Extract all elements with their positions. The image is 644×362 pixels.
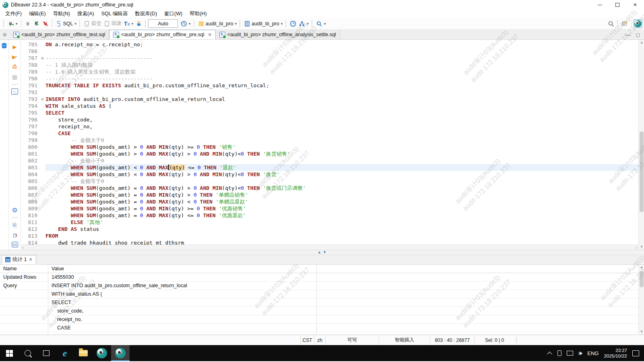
file-explorer-button[interactable] xyxy=(74,345,93,361)
lock-button[interactable] xyxy=(134,20,143,28)
minimize-view-icon[interactable]: — xyxy=(626,32,631,38)
tasks-button[interactable]: ▾ xyxy=(297,20,310,28)
code-line[interactable]: 807 WHEN SUM(goods_amt) = 0 AND MIN(qty)… xyxy=(21,191,638,198)
horizontal-scrollbar[interactable]: ‹ › xyxy=(21,245,638,250)
usb-icon[interactable] xyxy=(557,350,561,356)
scroll-down-icon[interactable]: ▼ xyxy=(639,244,644,250)
scroll-down-icon[interactable]: ▼ xyxy=(639,329,644,335)
menu-item[interactable]: 导航(N) xyxy=(50,10,74,18)
code-line[interactable]: 789-- 1.6 插入男生女生销售、退款数据 xyxy=(21,68,638,75)
column-header-name[interactable]: Name xyxy=(0,265,48,273)
open-perspective-button[interactable] xyxy=(620,20,629,28)
dbeaver-perspective-button[interactable] xyxy=(634,19,642,28)
menu-item[interactable]: 编辑(E) xyxy=(25,10,50,18)
code-line[interactable]: 795SELECT xyxy=(21,109,638,116)
code-line[interactable]: 805 -- 金额等于0 xyxy=(21,178,638,185)
variables-icon[interactable]: (x) xyxy=(12,242,18,247)
maximize-view-icon[interactable]: ▢ xyxy=(636,32,640,37)
execute-icon[interactable]: ▶ xyxy=(11,43,19,50)
scroll-up-icon[interactable]: ▲ xyxy=(639,265,644,270)
explain-plan-icon[interactable]: ▤ xyxy=(11,73,19,80)
tray-chevron-icon[interactable] xyxy=(547,352,552,357)
code-line[interactable]: 796 store_code, xyxy=(21,116,638,123)
maximize-button[interactable] xyxy=(609,0,626,10)
speaker-icon[interactable]: 🕪 xyxy=(578,350,582,357)
code-line[interactable]: 804 WHEN SUM(goods_amt) < 0 AND MAX(qty)… xyxy=(21,171,638,178)
ie-button[interactable]: e xyxy=(56,345,74,361)
execute-new-tab-icon[interactable]: ▶+ xyxy=(11,53,19,60)
close-icon[interactable]: ✕ xyxy=(208,32,211,37)
terminal-icon[interactable]: >_ xyxy=(11,88,18,95)
close-button[interactable]: ✕ xyxy=(626,0,644,10)
table-row[interactable]: CASE xyxy=(0,324,644,332)
code-line[interactable]: 794WITH sale_status AS ( xyxy=(21,103,638,109)
table-row[interactable]: SELECT xyxy=(0,298,644,307)
transaction-log-button[interactable]: T⠿ ▾ xyxy=(123,20,134,28)
dbeaver-taskbar-button-active[interactable] xyxy=(111,345,130,361)
invalidate-button[interactable] xyxy=(23,20,32,28)
code-line[interactable]: 793⊖INSERT INTO audit_bi_pro.custom_offl… xyxy=(21,96,638,103)
code-line[interactable]: 803 WHEN SUM(goods_amt) < 0 AND MAX(qty)… xyxy=(21,164,638,171)
code-line[interactable]: 792 xyxy=(21,89,638,96)
start-button[interactable] xyxy=(0,345,19,361)
sql-editor-button[interactable]: SQL ▾ xyxy=(54,20,78,28)
code-line[interactable]: 808 WHEN SUM(goods_amt) = 0 AND MAX(qty)… xyxy=(21,198,638,205)
transaction-mode-select[interactable]: Auto xyxy=(148,19,178,28)
panel-sash[interactable]: ▲ ▼ xyxy=(0,250,644,255)
results-vertical-scrollbar[interactable]: ▲ ▼ xyxy=(638,265,644,335)
code-line[interactable]: 799 -- 金额大于0 xyxy=(21,137,638,144)
restore-trimstack-icon[interactable]: ⧉ xyxy=(0,30,10,39)
code-line[interactable]: 785ON a.receipt_no = c.receipt_no; xyxy=(21,41,638,48)
dashboard-button[interactable] xyxy=(289,20,297,28)
code-line[interactable]: 802 -- 金额小于0 xyxy=(21,157,638,164)
quick-search-button[interactable] xyxy=(607,20,615,28)
editor-tab[interactable]: <audit_bi_pro> zhumr_offline_analysis_se… xyxy=(216,30,340,39)
code-line[interactable]: 812 END AS status xyxy=(21,226,638,232)
scrollbar-thumb[interactable] xyxy=(640,271,644,287)
menu-item[interactable]: 搜索(A) xyxy=(74,10,98,18)
validate-icon[interactable]: 🗋! xyxy=(11,232,19,239)
editor-tab[interactable]: <audit_bi_pro> zhumr_offline_pre.sql✕ xyxy=(109,30,215,39)
code-line[interactable]: 786 xyxy=(21,48,638,55)
fold-icon[interactable]: ⊖ xyxy=(39,55,45,62)
scroll-right-icon[interactable]: › xyxy=(636,245,637,250)
tab-statistics[interactable]: 统计 1 ✕ xyxy=(2,255,36,264)
editor-tab[interactable]: <audit_bi_pro> zhumr_offline_test.sql xyxy=(10,30,109,39)
language-indicator[interactable]: ENG xyxy=(587,350,599,356)
code-line[interactable]: 801 WHEN SUM(goods_amt) > 0 AND MAX(qty)… xyxy=(21,150,638,157)
reconnect-button[interactable] xyxy=(32,20,41,28)
task-view-button[interactable] xyxy=(37,345,56,361)
table-row[interactable]: Updated Rows14555030 xyxy=(0,273,644,282)
code-line[interactable]: 813FROM xyxy=(21,232,638,239)
action-center-icon[interactable] xyxy=(632,350,639,356)
schema-selector[interactable]: audit_bi_pro ▾ xyxy=(243,20,284,28)
code-line[interactable]: 788-- 1 插入国内数据 xyxy=(21,62,638,68)
transaction-history-button[interactable]: ▾ xyxy=(180,20,192,28)
code-line[interactable]: 811 ELSE '其他' xyxy=(21,219,638,226)
code-editor[interactable]: 785ON a.receipt_no = c.receipt_no;786787… xyxy=(21,40,638,250)
code-line[interactable]: 798 CASE xyxy=(21,130,638,137)
table-row[interactable]: WITH sale_status AS ( xyxy=(0,290,644,298)
export-icon[interactable]: ⎘ xyxy=(11,222,19,229)
code-line[interactable]: 800 WHEN SUM(goods_amt) > 0 AND MIN(qty)… xyxy=(21,144,638,150)
database-navigator-icon[interactable] xyxy=(1,42,8,49)
connection-selector[interactable]: audit_bi_pro ▾ xyxy=(197,20,238,28)
menu-item[interactable]: 帮助(H) xyxy=(186,10,210,18)
menu-item[interactable]: SQL 编辑器 xyxy=(98,10,132,18)
execute-script-icon[interactable]: ⎙ xyxy=(11,63,19,70)
table-row[interactable]: receipt_no, xyxy=(0,315,644,324)
disconnect-button[interactable] xyxy=(41,20,50,28)
gear-icon[interactable]: ⚙ xyxy=(11,206,19,214)
code-line[interactable]: 809 WHEN SUM(goods_amt) = 0 AND MIN(qty)… xyxy=(21,205,638,212)
sash-up-icon[interactable]: ▲ xyxy=(318,251,321,254)
dbeaver-taskbar-button[interactable] xyxy=(93,345,111,361)
scrollbar-thumb[interactable] xyxy=(640,132,644,212)
network-tray-icon[interactable] xyxy=(567,351,573,356)
clock[interactable]: 23:27 2025/10/22 xyxy=(604,348,627,359)
sash-down-icon[interactable]: ▼ xyxy=(323,251,326,254)
rollback-button[interactable]: 回滚 xyxy=(103,19,123,28)
code-line[interactable]: 810 WHEN SUM(goods_amt) = 0 AND MAX(qty)… xyxy=(21,212,638,219)
table-row[interactable]: QueryINSERT INTO audit_bi_pro.custom_off… xyxy=(0,282,644,290)
status-item[interactable]: Sel: 0 | 0 xyxy=(474,335,514,345)
code-line[interactable]: 797 receipt_no, xyxy=(21,123,638,130)
